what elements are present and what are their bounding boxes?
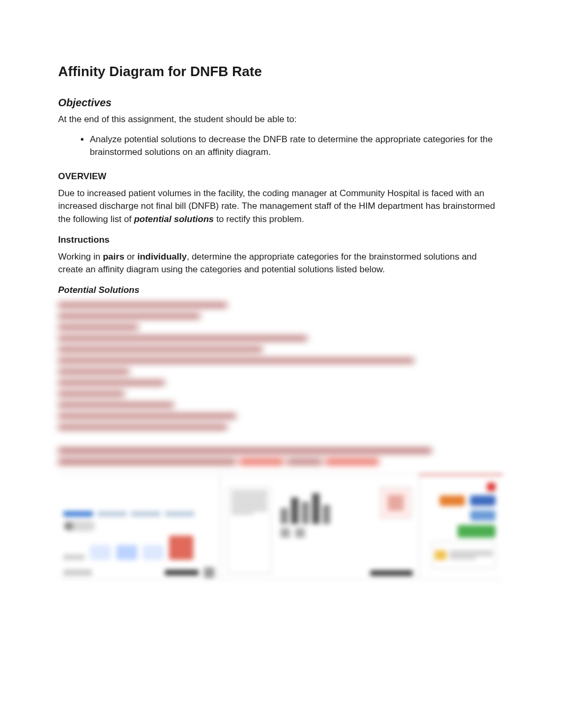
potential-solutions-heading: Potential Solutions — [58, 285, 503, 296]
blurred-line — [58, 381, 165, 385]
tool-button[interactable] — [143, 545, 164, 560]
blurred-segment — [58, 448, 432, 453]
grid-icon[interactable] — [295, 528, 305, 538]
objectives-list: Analyze potential solutions to decrease … — [90, 133, 503, 159]
doc-thumbnail[interactable] — [228, 487, 271, 574]
button-row — [63, 536, 214, 560]
grid-icon[interactable] — [280, 528, 290, 538]
blurred-segment — [239, 459, 284, 464]
overview-heading: OVERVIEW — [58, 171, 503, 182]
instructions-text-pre: Working in — [58, 252, 103, 262]
page-title: Affinity Diagram for DNFB Rate — [58, 63, 503, 80]
blurred-solutions-list — [58, 303, 503, 429]
overview-emphasis: potential solutions — [134, 214, 214, 224]
color-swatch[interactable] — [457, 525, 495, 538]
bar-chart-icon — [280, 487, 370, 524]
blurred-line — [58, 336, 307, 340]
blurred-note-paragraph — [58, 448, 503, 464]
highlighted-tool[interactable] — [169, 536, 193, 560]
blurred-line — [58, 325, 138, 329]
file-explorer-thumb[interactable] — [432, 542, 495, 568]
toggle-pill[interactable] — [63, 521, 95, 531]
overview-paragraph: Due to increased patient volumes in the … — [58, 187, 503, 226]
tool-button[interactable] — [116, 545, 137, 560]
blurred-segment — [287, 459, 322, 464]
settings-icon[interactable] — [204, 567, 214, 578]
tab-item[interactable] — [63, 511, 93, 517]
tab-item[interactable] — [165, 511, 194, 517]
tab-row — [63, 511, 214, 517]
blurred-line — [58, 425, 227, 429]
blurred-ui-screenshot — [58, 474, 503, 579]
blurred-line — [58, 347, 263, 352]
objectives-intro: At the end of this assignment, the stude… — [58, 114, 503, 125]
list-item: Analyze potential solutions to decrease … — [90, 133, 503, 159]
blurred-line — [58, 370, 129, 374]
overview-text-post: to rectify this problem. — [214, 214, 304, 224]
color-swatch[interactable] — [440, 495, 465, 506]
blurred-segment — [58, 459, 236, 464]
instructions-paragraph: Working in pairs or individually, determ… — [58, 251, 503, 277]
blurred-line — [58, 403, 174, 407]
preview-tile[interactable] — [380, 487, 412, 519]
status-text — [370, 570, 413, 576]
blurred-line — [58, 358, 414, 363]
footer-label — [165, 570, 199, 575]
color-swatch[interactable] — [470, 495, 495, 506]
tab-item[interactable] — [97, 511, 127, 517]
instructions-bold-2: individually — [137, 252, 187, 262]
folder-icon — [435, 550, 446, 560]
canvas-panel — [220, 474, 419, 579]
instructions-heading: Instructions — [58, 235, 503, 245]
label-chip — [63, 555, 85, 560]
color-swatch[interactable] — [470, 510, 495, 521]
footer-row — [63, 567, 214, 578]
objectives-heading: Objectives — [58, 97, 503, 109]
tab-item[interactable] — [131, 511, 161, 517]
ribbon-panel-left — [58, 474, 220, 579]
blurred-line — [58, 303, 227, 307]
instructions-bold-1: pairs — [103, 252, 125, 262]
blurred-line — [58, 314, 200, 318]
footer-chip — [63, 569, 92, 576]
blurred-line — [58, 392, 125, 396]
close-icon[interactable] — [487, 483, 495, 491]
blurred-segment — [325, 459, 379, 464]
chart-thumbnail[interactable] — [280, 487, 370, 574]
blurred-line — [58, 414, 236, 418]
tool-button[interactable] — [90, 545, 111, 560]
side-panel-right — [419, 474, 503, 579]
instructions-text-mid: or — [124, 252, 137, 262]
